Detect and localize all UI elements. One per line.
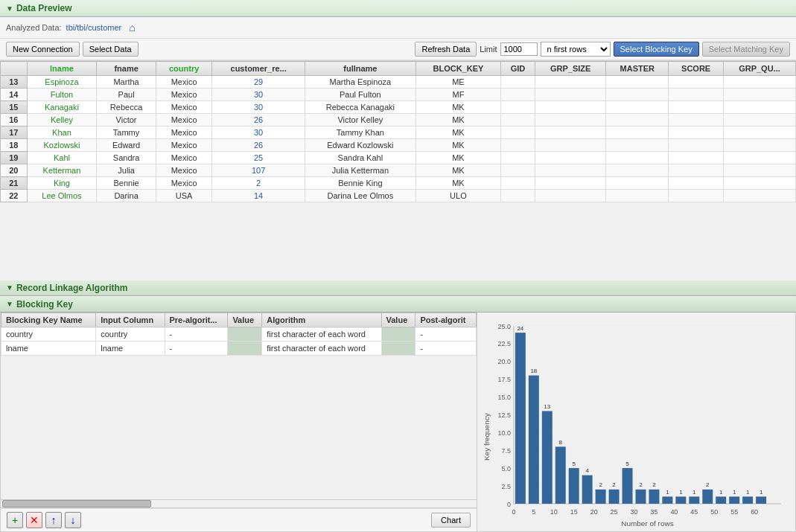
svg-text:2: 2 — [599, 481, 602, 488]
svg-rect-29 — [555, 446, 566, 504]
svg-text:12.5: 12.5 — [497, 411, 510, 419]
table-row[interactable]: 21KingBennieMexico2Bennie KingMK — [1, 177, 796, 190]
bk-col-value2: Value — [381, 313, 415, 327]
record-linkage-title: Record Linkage Algorithm — [16, 283, 128, 293]
record-linkage-collapse-icon[interactable]: ▼ — [6, 283, 13, 292]
blocking-key-hscroll[interactable] — [1, 499, 477, 508]
blocking-key-title: Blocking Key — [16, 299, 73, 310]
svg-rect-45 — [662, 496, 672, 504]
record-linkage-header[interactable]: ▼ Record Linkage Algorithm — [0, 281, 796, 296]
svg-rect-53 — [716, 496, 726, 504]
data-table-container[interactable]: lname fname country customer_re... fulln… — [0, 60, 796, 281]
svg-text:0: 0 — [512, 507, 515, 515]
svg-rect-39 — [623, 468, 633, 504]
new-connection-button[interactable]: New Connection — [6, 42, 80, 57]
blocking-key-toolbar: + ✕ ↑ ↓ Chart — [1, 508, 477, 531]
add-row-button[interactable]: + — [7, 512, 23, 528]
svg-text:1: 1 — [746, 489, 750, 496]
svg-text:50: 50 — [710, 507, 718, 515]
svg-text:30: 30 — [631, 507, 638, 515]
blocking-key-left: Blocking Key Name Input Column Pre-algor… — [1, 313, 477, 532]
svg-rect-27 — [542, 411, 553, 504]
refresh-data-button[interactable]: Refresh Data — [415, 42, 477, 57]
svg-text:17.5: 17.5 — [497, 376, 510, 383]
rows-select[interactable]: n first rows random rows last rows — [541, 42, 611, 57]
svg-text:2.5: 2.5 — [501, 483, 510, 490]
col-header-grp-size[interactable]: GRP_SIZE — [535, 62, 606, 76]
svg-text:15.0: 15.0 — [497, 394, 510, 401]
blocking-key-table-container[interactable]: Blocking Key Name Input Column Pre-algor… — [1, 313, 477, 500]
collapse-icon[interactable]: ▼ — [6, 4, 13, 13]
col-header-fname[interactable]: fname — [97, 62, 156, 76]
bk-col-input: Input Column — [96, 313, 165, 327]
table-row[interactable]: 20KettermanJuliaMexico107Julia Ketterman… — [1, 164, 796, 177]
bk-table-row[interactable]: countrycountry-first character of each w… — [1, 327, 477, 341]
table-row[interactable]: 16KelleyVictorMexico26Victor KelleyMK — [1, 114, 796, 126]
svg-text:2: 2 — [652, 481, 656, 488]
svg-text:1: 1 — [733, 489, 736, 496]
svg-rect-43 — [649, 489, 659, 503]
table-row[interactable]: 15KanagakiRebeccaMexico30Rebecca Kanagak… — [1, 101, 796, 114]
table-row[interactable]: 22Lee OlmosDarinaUSA14Darina Lee OlmosUL… — [1, 190, 796, 202]
table-row[interactable]: 18KozlowskiEdwardMexico26Edward Kozlowsk… — [1, 139, 796, 152]
col-header-score[interactable]: SCORE — [669, 62, 724, 76]
col-header-num — [1, 62, 28, 76]
data-preview-title: Data Preview — [16, 3, 72, 13]
select-matching-key-button: Select Matching Key — [702, 42, 790, 57]
svg-text:1: 1 — [760, 489, 763, 496]
limit-input[interactable] — [500, 42, 538, 56]
svg-rect-55 — [729, 496, 739, 504]
move-up-button[interactable]: ↑ — [45, 512, 62, 528]
blocking-key-table: Blocking Key Name Input Column Pre-algor… — [1, 313, 477, 356]
move-down-button[interactable]: ↓ — [65, 512, 81, 528]
col-header-lname[interactable]: lname — [27, 62, 97, 76]
col-header-fullname[interactable]: fullname — [305, 62, 415, 76]
bk-col-value1: Value — [228, 313, 262, 327]
bk-col-pre: Pre-algorit... — [165, 313, 228, 327]
svg-rect-57 — [742, 496, 753, 504]
svg-rect-35 — [596, 489, 606, 503]
svg-text:1: 1 — [692, 489, 696, 496]
col-header-country[interactable]: country — [156, 62, 211, 76]
svg-text:13: 13 — [544, 403, 550, 410]
svg-text:2: 2 — [706, 481, 710, 488]
limit-label: Limit — [480, 45, 497, 54]
table-row[interactable]: 14FultonPaulMexico30Paul FultonMF — [1, 89, 796, 101]
svg-text:18: 18 — [530, 368, 537, 374]
blocking-key-header[interactable]: ▼ Blocking Key — [0, 297, 796, 313]
remove-row-button[interactable]: ✕ — [26, 512, 42, 528]
svg-rect-49 — [689, 496, 699, 504]
svg-text:45: 45 — [690, 507, 698, 515]
table-row[interactable]: 17KhanTammyMexico30Tammy KhanMK — [1, 126, 796, 139]
home-icon[interactable]: ⌂ — [129, 22, 135, 33]
svg-text:5: 5 — [625, 461, 629, 467]
svg-rect-59 — [756, 496, 766, 504]
select-data-button[interactable]: Select Data — [83, 42, 138, 57]
svg-rect-23 — [515, 333, 526, 504]
svg-text:10.0: 10.0 — [497, 429, 510, 437]
col-header-gid[interactable]: GID — [501, 62, 535, 76]
chart-button[interactable]: Chart — [431, 513, 471, 528]
analyzed-data-label: Analyzed Data: — [6, 23, 62, 32]
col-header-grp-qu[interactable]: GRP_QU... — [723, 62, 795, 76]
svg-rect-47 — [675, 496, 686, 504]
table-row[interactable]: 13EspinozaMarthaMexico29Martha EspinozaM… — [1, 76, 796, 89]
select-blocking-key-button[interactable]: Select Blocking Key — [614, 42, 699, 57]
svg-rect-51 — [702, 489, 713, 503]
svg-text:24: 24 — [517, 324, 523, 331]
col-header-master[interactable]: MASTER — [606, 62, 669, 76]
svg-text:1: 1 — [666, 489, 669, 496]
data-preview-header: ▼ Data Preview — [0, 0, 796, 17]
blocking-key-collapse-icon[interactable]: ▼ — [6, 300, 13, 308]
svg-text:15: 15 — [570, 507, 578, 515]
blocking-key-content: Blocking Key Name Input Column Pre-algor… — [0, 313, 796, 533]
svg-rect-33 — [582, 475, 593, 503]
bk-table-row[interactable]: lnamelname-first character of each word- — [1, 341, 477, 355]
col-header-customer-re[interactable]: customer_re... — [212, 62, 305, 76]
svg-text:5.0: 5.0 — [501, 465, 510, 472]
svg-text:10: 10 — [550, 507, 558, 515]
table-row[interactable]: 19KahlSandraMexico25Sandra KahlMK — [1, 152, 796, 164]
col-header-block-key[interactable]: BLOCK_KEY — [415, 62, 500, 76]
hscroll-thumb[interactable] — [2, 500, 151, 507]
svg-text:2: 2 — [639, 481, 643, 488]
